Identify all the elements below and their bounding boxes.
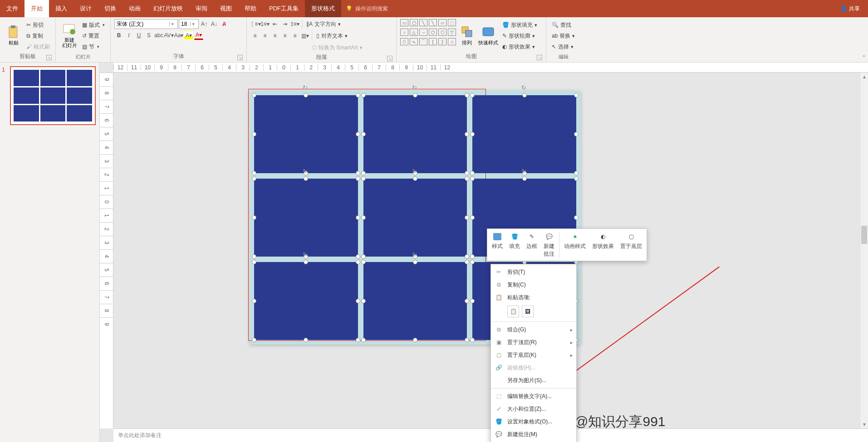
resize-handle[interactable] [574, 132, 579, 136]
resize-handle[interactable] [252, 215, 256, 220]
shape-rectangle[interactable] [254, 95, 358, 173]
resize-handle[interactable] [304, 338, 308, 342]
resize-handle[interactable] [356, 299, 360, 303]
resize-handle[interactable] [361, 93, 366, 97]
section-button[interactable]: ▤节▾ [80, 42, 107, 52]
resize-handle[interactable] [470, 171, 475, 175]
resize-handle[interactable] [361, 171, 366, 175]
resize-handle[interactable] [413, 93, 417, 97]
paste-button[interactable]: 粘贴 [4, 19, 24, 51]
rotate-handle-icon[interactable] [303, 168, 309, 174]
resize-handle[interactable] [356, 176, 360, 181]
shape-outline-button[interactable]: ✎形状轮廓▾ [500, 31, 539, 41]
find-button[interactable]: 🔍查找 [550, 20, 577, 30]
shape-rectangle[interactable] [363, 179, 467, 257]
resize-handle[interactable] [361, 299, 366, 303]
mini-fill-button[interactable]: 🪣填充 [506, 231, 523, 259]
rotate-handle-icon[interactable] [303, 84, 309, 91]
resize-handle[interactable] [361, 132, 366, 136]
shapes-gallery[interactable]: ▭▢╲╲▱⬚ ○△→⬡⬠▽ ⬯∿⌒{}☆ [400, 19, 457, 47]
paste-picture-button[interactable]: 🖼 [522, 306, 534, 317]
resize-handle[interactable] [470, 132, 475, 136]
shape-rectangle[interactable] [254, 179, 358, 257]
dialog-launcher-icon[interactable]: ↘ [387, 56, 392, 61]
cm-copy[interactable]: ⧉复制(C) [491, 278, 576, 291]
rotate-handle-icon[interactable] [412, 251, 418, 257]
text-direction-button[interactable]: ∥A文字方向▾ [304, 19, 343, 29]
tab-review[interactable]: 审阅 [189, 0, 214, 17]
shape-rectangle[interactable] [472, 95, 576, 173]
resize-handle[interactable] [465, 260, 469, 264]
clear-format-button[interactable]: A̷ [220, 19, 229, 29]
resize-handle[interactable] [413, 176, 417, 181]
dialog-launcher-icon[interactable]: ↘ [537, 55, 542, 60]
scroll-thumb[interactable] [861, 226, 867, 244]
mini-sendback-button[interactable]: ▢置于底层 [618, 231, 645, 259]
cm-send-back[interactable]: ▢置于底层(K)▸ [491, 349, 576, 361]
copy-button[interactable]: ⧉复制 [25, 31, 52, 41]
resize-handle[interactable] [465, 215, 469, 220]
resize-handle[interactable] [413, 338, 417, 342]
resize-handle[interactable] [574, 176, 579, 181]
cm-save-as-pic[interactable]: 另存为图片(S)... [491, 374, 576, 387]
resize-handle[interactable] [361, 254, 366, 259]
tab-transitions[interactable]: 切换 [98, 0, 123, 17]
numbering-button[interactable]: 1≡▾ [260, 19, 270, 29]
resize-handle[interactable] [304, 260, 308, 264]
align-center-button[interactable]: ≡ [260, 31, 270, 40]
tab-pdf[interactable]: PDF工具集 [263, 0, 305, 17]
distribute-button[interactable]: ≡ [290, 31, 299, 40]
resize-handle[interactable] [252, 132, 256, 136]
resize-handle[interactable] [361, 215, 366, 220]
decrease-font-button[interactable]: A↓ [210, 19, 219, 29]
resize-handle[interactable] [361, 260, 366, 264]
underline-button[interactable]: U [134, 31, 143, 40]
font-size-combo[interactable]: 18▾ [179, 19, 199, 29]
rotate-handle-icon[interactable] [303, 251, 309, 257]
mini-outline-button[interactable]: ✎边框 [524, 231, 540, 259]
replace-button[interactable]: ab替换▾ [550, 31, 577, 41]
tab-slideshow[interactable]: 幻灯片放映 [147, 0, 189, 17]
italic-button[interactable]: I [124, 31, 133, 40]
dialog-launcher-icon[interactable]: ↘ [237, 55, 243, 60]
increase-font-button[interactable]: A↑ [200, 19, 209, 29]
highlight-button[interactable]: A▾ [184, 31, 193, 40]
vertical-scrollbar[interactable]: ▴ ▾ [860, 73, 868, 428]
shape-fill-button[interactable]: 🪣形状填充▾ [500, 20, 539, 30]
resize-handle[interactable] [465, 132, 469, 136]
char-spacing-button[interactable]: AV▾ [164, 31, 173, 40]
arrange-button[interactable]: 排列 [458, 19, 476, 51]
resize-handle[interactable] [465, 176, 469, 181]
tab-design[interactable]: 设计 [74, 0, 98, 17]
cm-size-pos[interactable]: ⤢大小和位置(Z)... [491, 403, 576, 415]
font-name-combo[interactable]: 宋体 (正文)▾ [114, 19, 178, 29]
slide-thumbnail-1[interactable] [10, 66, 96, 125]
bullets-button[interactable]: ⋮≡▾ [250, 19, 260, 29]
resize-handle[interactable] [465, 93, 469, 97]
resize-handle[interactable] [304, 176, 308, 181]
resize-handle[interactable] [465, 254, 469, 259]
share-button[interactable]: 👤共享 [832, 0, 868, 17]
resize-handle[interactable] [361, 176, 366, 181]
mini-shapefx-button[interactable]: ◐形状效果 [589, 231, 617, 259]
resize-handle[interactable] [470, 299, 475, 303]
mini-anim-button[interactable]: ★动画样式 [561, 231, 588, 259]
mini-style-button[interactable]: 样式 [489, 231, 505, 259]
rotate-handle-icon[interactable] [412, 168, 418, 174]
rotate-handle-icon[interactable] [521, 168, 528, 174]
format-painter-button[interactable]: 🖌格式刷 [25, 42, 52, 52]
resize-handle[interactable] [356, 215, 360, 220]
cut-button[interactable]: ✂剪切 [25, 20, 52, 30]
scroll-down-icon[interactable]: ▾ [860, 420, 868, 428]
smartart-button[interactable]: ⬡转换为 SmartArt▾ [310, 43, 364, 53]
resize-handle[interactable] [252, 176, 256, 181]
rotate-handle-icon[interactable] [412, 84, 418, 91]
resize-handle[interactable] [252, 93, 256, 97]
align-left-button[interactable]: ≡ [250, 31, 260, 40]
resize-handle[interactable] [304, 93, 308, 97]
paste-theme-button[interactable]: 📋 [507, 306, 519, 317]
resize-handle[interactable] [252, 338, 256, 342]
shape-rectangle[interactable] [363, 95, 467, 173]
tab-animations[interactable]: 动画 [123, 0, 147, 17]
rotate-handle-icon[interactable] [521, 84, 528, 91]
